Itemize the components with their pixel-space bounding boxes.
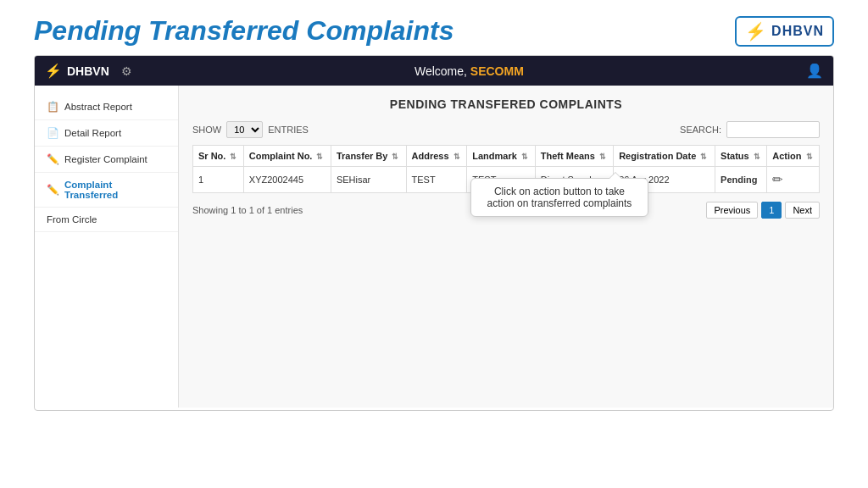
sidebar-item-label: Abstract Report <box>64 102 132 112</box>
sidebar: 📋 Abstract Report 📄 Detail Report ✏️ Reg… <box>35 86 179 408</box>
logo-container: ⚡ DHBVN <box>735 16 834 47</box>
action-button[interactable]: ✏ <box>772 172 783 187</box>
cell-sr-no: 1 <box>193 167 244 193</box>
cell-action: ✏ <box>767 167 820 193</box>
slide-title: Pending Transferred Complaints <box>34 15 454 47</box>
abstract-report-icon: 📋 <box>47 101 59 113</box>
col-sr-no: Sr No. ⇅ <box>193 146 244 167</box>
logo-text: DHBVN <box>771 24 824 39</box>
sort-icon: ⇅ <box>806 152 813 161</box>
slide-header: Pending Transferred Complaints ⚡ DHBVN <box>0 0 868 55</box>
welcome-text: Welcome, SECOMM <box>415 64 524 78</box>
complaint-transferred-icon: ✏️ <box>47 184 59 196</box>
sort-icon: ⇅ <box>700 152 707 161</box>
search-area: SEARCH: <box>680 121 820 138</box>
table-footer: Showing 1 to 1 of 1 entries Click on act… <box>192 202 820 219</box>
sidebar-item-label: Register Complaint <box>64 154 147 164</box>
col-address: Address ⇅ <box>406 146 467 167</box>
sort-icon: ⇅ <box>392 152 398 161</box>
brand-name: DHBVN <box>67 64 109 78</box>
cell-status: Pending <box>715 167 767 193</box>
entries-select[interactable]: 10 25 50 <box>226 121 263 138</box>
sidebar-item-register-complaint[interactable]: ✏️ Register Complaint <box>35 147 178 173</box>
app-body: 📋 Abstract Report 📄 Detail Report ✏️ Reg… <box>35 86 833 408</box>
slide-container: Pending Transferred Complaints ⚡ DHBVN ⚡… <box>0 0 868 488</box>
sort-icon: ⇅ <box>521 152 528 161</box>
col-theft-means: Theft Means ⇅ <box>535 146 613 167</box>
detail-report-icon: 📄 <box>47 127 59 139</box>
next-button[interactable]: Next <box>785 202 820 219</box>
app-window: ⚡ DHBVN ⚙ Welcome, SECOMM 👤 📋 Abstract R… <box>34 55 834 411</box>
lightning-icon: ⚡ <box>745 21 766 42</box>
sort-icon: ⇅ <box>754 152 760 161</box>
app-brand: ⚡ DHBVN <box>45 63 109 79</box>
col-registration-date: Registration Date ⇅ <box>614 146 715 167</box>
sort-icon: ⇅ <box>599 152 606 161</box>
entries-label: ENTRIES <box>268 125 309 135</box>
welcome-name: SECOMM <box>470 64 524 78</box>
cell-address: TEST <box>406 167 467 193</box>
table-header-row: Sr No. ⇅ Complaint No. ⇅ Transfer By ⇅ <box>193 146 820 167</box>
col-complaint-no: Complaint No. ⇅ <box>243 146 331 167</box>
gear-icon[interactable]: ⚙ <box>121 64 132 78</box>
show-label: SHOW <box>192 125 221 135</box>
register-complaint-icon: ✏️ <box>47 153 59 165</box>
welcome-prefix: Welcome, <box>415 64 470 78</box>
content-title: PENDING TRANSFERED COMPLAINTS <box>192 97 820 111</box>
current-page: 1 <box>761 202 782 219</box>
search-input[interactable] <box>726 121 820 138</box>
tooltip-text: Click on action button to take action on… <box>487 186 632 209</box>
brand-logo-icon: ⚡ <box>45 63 62 79</box>
sidebar-item-label: From Circle <box>47 214 97 225</box>
previous-button[interactable]: Previous <box>706 202 758 219</box>
sidebar-item-label: Detail Report <box>64 128 121 138</box>
main-content: PENDING TRANSFERED COMPLAINTS SHOW 10 25… <box>179 86 833 408</box>
cell-transfer-by: SEHisar <box>331 167 406 193</box>
sidebar-item-abstract-report[interactable]: 📋 Abstract Report <box>35 94 178 120</box>
col-transfer-by: Transfer By ⇅ <box>331 146 406 167</box>
search-label: SEARCH: <box>680 125 721 135</box>
user-icon[interactable]: 👤 <box>806 63 823 79</box>
tooltip-callout: Click on action button to take action on… <box>470 178 648 217</box>
app-navbar: ⚡ DHBVN ⚙ Welcome, SECOMM 👤 <box>35 56 833 86</box>
table-controls: SHOW 10 25 50 ENTRIES SEARCH: <box>192 121 820 138</box>
pagination: Previous 1 Next <box>706 202 820 219</box>
logo-box: ⚡ DHBVN <box>735 16 834 47</box>
sidebar-item-complaint-transferred[interactable]: ✏️ Complaint Transferred <box>35 173 178 208</box>
show-entries: SHOW 10 25 50 ENTRIES <box>192 121 309 138</box>
sort-icon: ⇅ <box>230 152 236 161</box>
sort-icon: ⇅ <box>316 152 323 161</box>
cell-complaint-no: XYZ2002445 <box>243 167 331 193</box>
sidebar-item-from-circle[interactable]: From Circle <box>35 208 178 232</box>
sidebar-item-detail-report[interactable]: 📄 Detail Report <box>35 120 178 147</box>
showing-text: Showing 1 to 1 of 1 entries <box>192 205 303 215</box>
col-landmark: Landmark ⇅ <box>467 146 536 167</box>
col-status: Status ⇅ <box>715 146 767 167</box>
col-action: Action ⇅ <box>767 146 820 167</box>
sidebar-item-label: Complaint Transferred <box>64 180 166 200</box>
sort-icon: ⇅ <box>453 152 460 161</box>
